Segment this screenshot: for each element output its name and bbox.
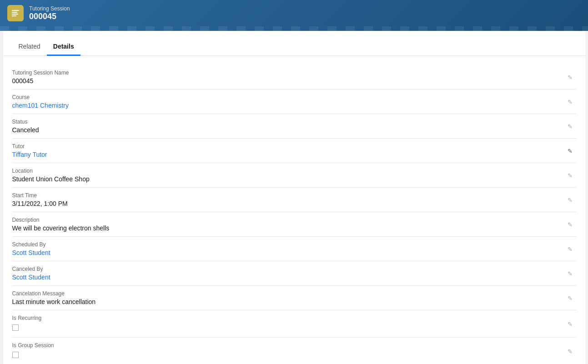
label-description: Description — [12, 217, 558, 223]
label-start-time: Start Time — [12, 192, 558, 199]
value-status: Canceled — [12, 126, 558, 134]
tabs: Related Details — [3, 31, 585, 56]
tab-details[interactable]: Details — [47, 38, 80, 56]
main-container: Related Details Tutoring Session Name 00… — [3, 31, 585, 364]
value-tutor[interactable]: Tiffany Tutor — [12, 151, 558, 158]
label-cancelation-message: Cancelation Message — [12, 290, 558, 297]
svg-rect-2 — [12, 14, 18, 15]
svg-rect-0 — [12, 10, 19, 11]
svg-rect-1 — [12, 12, 17, 13]
label-course: Course — [12, 94, 558, 100]
field-session-name: Tutoring Session Name 000045 ✎ — [12, 65, 576, 90]
value-location: Student Union Coffee Shop — [12, 175, 558, 183]
value-canceled-by[interactable]: Scott Student — [12, 274, 558, 281]
edit-icon-start-time[interactable]: ✎ — [568, 196, 573, 203]
edit-icon-is-group-session[interactable]: ✎ — [568, 348, 573, 354]
edit-icon-canceled-by[interactable]: ✎ — [568, 270, 573, 277]
edit-icon-description[interactable]: ✎ — [568, 221, 573, 228]
edit-icon-session-name[interactable]: ✎ — [568, 74, 573, 80]
label-is-recurring: Is Recurring — [12, 315, 558, 321]
edit-icon-cancelation-message[interactable]: ✎ — [568, 294, 573, 301]
field-location: Location Student Union Coffee Shop ✎ — [12, 163, 576, 188]
field-scheduled-by: Scheduled By Scott Student ✎ — [12, 237, 576, 261]
tab-related[interactable]: Related — [12, 38, 47, 56]
checkbox-is-group-session[interactable] — [12, 352, 19, 358]
header-text: Tutoring Session 000045 — [29, 5, 70, 21]
header-title: 000045 — [29, 12, 70, 21]
label-location: Location — [12, 168, 558, 174]
value-course[interactable]: chem101 Chemistry — [12, 102, 558, 109]
label-status: Status — [12, 119, 558, 125]
content: Tutoring Session Name 000045 ✎ Course ch… — [3, 56, 585, 364]
value-start-time: 3/11/2022, 1:00 PM — [12, 200, 558, 207]
decorative-bar — [0, 26, 588, 31]
edit-icon-tutor[interactable]: ✎ — [568, 147, 573, 154]
edit-icon-location[interactable]: ✎ — [568, 172, 573, 179]
edit-icon-status[interactable]: ✎ — [568, 123, 573, 130]
header-subtitle: Tutoring Session — [29, 5, 70, 12]
header: Tutoring Session 000045 — [0, 0, 588, 26]
label-canceled-by: Canceled By — [12, 266, 558, 272]
edit-icon-scheduled-by[interactable]: ✎ — [568, 245, 573, 252]
checkbox-is-recurring[interactable] — [12, 324, 19, 331]
label-session-name: Tutoring Session Name — [12, 70, 558, 76]
field-is-recurring: Is Recurring ✎ — [12, 310, 576, 338]
value-description: We will be covering electron shells — [12, 224, 558, 232]
label-is-group-session: Is Group Session — [12, 342, 558, 349]
field-cancelation-message: Cancelation Message Last minute work can… — [12, 286, 576, 310]
field-canceled-by: Canceled By Scott Student ✎ — [12, 261, 576, 286]
app-icon — [7, 5, 24, 21]
label-scheduled-by: Scheduled By — [12, 241, 558, 248]
field-description: Description We will be covering electron… — [12, 212, 576, 237]
field-start-time: Start Time 3/11/2022, 1:00 PM ✎ — [12, 188, 576, 212]
edit-icon-course[interactable]: ✎ — [568, 98, 573, 105]
field-course: Course chem101 Chemistry ✎ — [12, 90, 576, 114]
value-scheduled-by[interactable]: Scott Student — [12, 249, 558, 256]
field-is-group-session: Is Group Session ✎ — [12, 338, 576, 364]
edit-icon-is-recurring[interactable]: ✎ — [568, 320, 573, 327]
value-session-name: 000045 — [12, 77, 558, 85]
label-tutor: Tutor — [12, 143, 558, 150]
field-status: Status Canceled ✎ — [12, 114, 576, 139]
svg-rect-3 — [12, 15, 16, 16]
value-cancelation-message: Last minute work cancellation — [12, 298, 558, 305]
field-tutor: Tutor Tiffany Tutor ✎ — [12, 139, 576, 163]
